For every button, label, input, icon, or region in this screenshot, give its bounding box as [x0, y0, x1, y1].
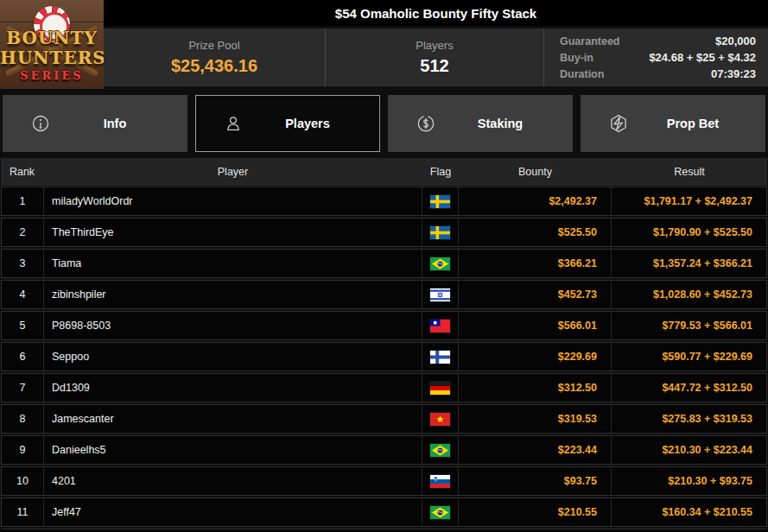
result-cell: $590.77 + $229.69 — [611, 343, 766, 370]
stat-line-duration: Duration07:39:23 — [560, 67, 756, 80]
table-row[interactable]: 4zibinshpiler$452.73$1,028.60 + $452.73 — [1, 280, 767, 309]
table-row[interactable]: 5P8698-8503$566.01$779.53 + $566.01 — [1, 311, 767, 340]
logo-word-bounty: BOUNTY — [0, 29, 104, 47]
finland-flag-icon — [430, 351, 450, 364]
brazil-flag-icon — [430, 444, 450, 457]
column-header-bounty: Bounty — [459, 166, 612, 178]
prize-pool-section: Prize Pool $25,436.16 — [104, 28, 325, 86]
rank-cell: 7 — [2, 374, 43, 402]
bounty-cell: $93.75 — [458, 467, 611, 495]
players-table: RankPlayerFlagBountyResult 1miladyWorldO… — [0, 158, 768, 532]
player-name-cell: 4201 — [43, 467, 422, 495]
tab-label: Staking — [437, 117, 572, 130]
flag-cell — [422, 250, 458, 277]
bounty-cell: $210.55 — [458, 498, 611, 526]
result-cell: $210.30 + $223.44 — [611, 436, 766, 464]
sweden-flag-icon — [430, 226, 450, 239]
rank-cell: 6 — [2, 343, 43, 370]
flag-cell — [422, 281, 458, 308]
player-name-cell: Tiama — [43, 250, 422, 277]
brazil-flag-icon — [430, 506, 450, 519]
tab-prop-bet[interactable]: Prop Bet — [581, 95, 765, 152]
table-row[interactable]: 104201$93.75$210.30 + $93.75 — [1, 466, 767, 496]
table-header-row: RankPlayerFlagBountyResult — [1, 158, 767, 186]
stat-line-guaranteed: Guaranteed$20,000 — [560, 35, 756, 48]
table-row[interactable]: 7Dd1309$312.50$447.72 + $312.50 — [1, 373, 767, 402]
result-cell: $779.53 + $566.01 — [611, 312, 766, 339]
result-cell: $447.72 + $312.50 — [611, 374, 766, 402]
taiwan-flag-icon — [430, 320, 450, 332]
players-count-section: Players 512 — [325, 28, 543, 86]
player-name-cell: Danieelhs5 — [43, 436, 422, 464]
bounty-hunters-series-logo: BOUNTY HUNTERS SERIES — [0, 0, 104, 89]
info-icon — [29, 112, 52, 135]
table-row[interactable]: 1miladyWorldOrdr$2,492.37$1,791.17 + $2,… — [1, 187, 767, 216]
table-row[interactable]: 2TheThirdEye$525.50$1,790.90 + $525.50 — [1, 218, 767, 247]
players-label: Players — [416, 39, 453, 52]
stat-line-buyin: Buy-in$24.68 + $25 + $4.32 — [560, 51, 756, 64]
bounty-cell: $319.53 — [458, 405, 611, 433]
bounty-cell: $223.44 — [458, 436, 611, 464]
flag-cell — [422, 312, 458, 339]
tab-label: Players — [244, 117, 379, 130]
flag-cell — [422, 405, 458, 433]
table-row[interactable]: 6Seppoo$229.69$590.77 + $229.69 — [1, 342, 767, 371]
tab-staking[interactable]: Staking — [388, 95, 573, 152]
bounty-cell: $525.50 — [458, 218, 611, 246]
title-bar: $54 Omaholic Bounty Fifty Stack — [0, 0, 768, 26]
dollar-circle-icon — [415, 112, 437, 135]
stat-value: 07:39:23 — [711, 67, 756, 80]
tournament-lobby-window: { "window": { "title": "$54 Omaholic Bou… — [0, 0, 768, 532]
sweden-flag-icon — [430, 195, 450, 208]
flag-cell — [422, 498, 458, 526]
prize-pool-label: Prize Pool — [188, 39, 239, 52]
flag-cell — [422, 343, 458, 370]
bounty-cell: $229.69 — [458, 343, 611, 370]
result-cell: $160.34 + $210.55 — [611, 498, 766, 526]
flag-cell — [422, 374, 458, 402]
hexagon-bolt-icon — [607, 112, 630, 135]
player-name-cell: Seppoo — [43, 343, 422, 370]
table-row[interactable]: 9Danieelhs5$223.44$210.30 + $223.44 — [1, 435, 767, 465]
logo-word-hunters: HUNTERS — [0, 49, 104, 66]
player-name-cell: Jeff47 — [43, 498, 422, 526]
flag-cell — [422, 187, 458, 215]
rank-cell: 1 — [2, 187, 43, 215]
column-header-player: Player — [43, 166, 422, 178]
flag-cell — [422, 218, 458, 246]
rank-cell: 10 — [2, 467, 43, 495]
table-row[interactable]: 3Tiama$366.21$1,357.24 + $366.21 — [1, 249, 767, 278]
result-cell: $210.30 + $93.75 — [611, 467, 766, 495]
tournament-summary-strip: Prize Pool $25,436.16 Players 512 Guaran… — [104, 28, 768, 86]
stat-value: $24.68 + $25 + $4.32 — [649, 51, 756, 64]
player-name-cell: P8698-8503 — [43, 312, 422, 339]
bounty-cell: $566.01 — [458, 312, 611, 339]
tab-info[interactable]: Info — [3, 95, 187, 152]
player-name-cell: Jamescanter — [43, 405, 422, 433]
rank-cell: 2 — [2, 218, 43, 246]
player-name-cell: zibinshpiler — [43, 281, 422, 308]
result-cell: $1,357.24 + $366.21 — [611, 250, 766, 277]
result-cell: $1,028.60 + $452.73 — [611, 281, 766, 308]
lobby-tab-bar: InfoPlayersStakingProp Bet — [3, 95, 765, 152]
bounty-cell: $452.73 — [458, 281, 611, 308]
prize-pool-value: $25,436.16 — [171, 56, 257, 76]
stat-label: Buy-in — [560, 52, 593, 64]
bounty-cell: $366.21 — [458, 250, 611, 277]
rank-cell: 5 — [2, 312, 43, 339]
table-row[interactable]: 11Jeff47$210.55$160.34 + $210.55 — [1, 497, 767, 527]
next-row-partial — [1, 529, 767, 532]
stat-label: Guaranteed — [560, 35, 619, 48]
flag-cell — [422, 467, 458, 495]
tournament-stats-section: Guaranteed$20,000Buy-in$24.68 + $25 + $4… — [543, 28, 768, 86]
player-name-cell: miladyWorldOrdr — [43, 187, 422, 215]
flag-cell — [422, 436, 458, 464]
table-row[interactable]: 8Jamescanter$319.53$275.83 + $319.53 — [1, 404, 767, 434]
tab-players[interactable]: Players — [195, 95, 380, 152]
column-header-rank: Rank — [1, 166, 43, 178]
table-body: 1miladyWorldOrdr$2,492.37$1,791.17 + $2,… — [0, 187, 768, 527]
vietnam-flag-icon — [430, 413, 450, 426]
player-name-cell: Dd1309 — [43, 374, 422, 402]
rank-cell: 8 — [2, 405, 43, 433]
column-header-flag: Flag — [422, 166, 459, 178]
